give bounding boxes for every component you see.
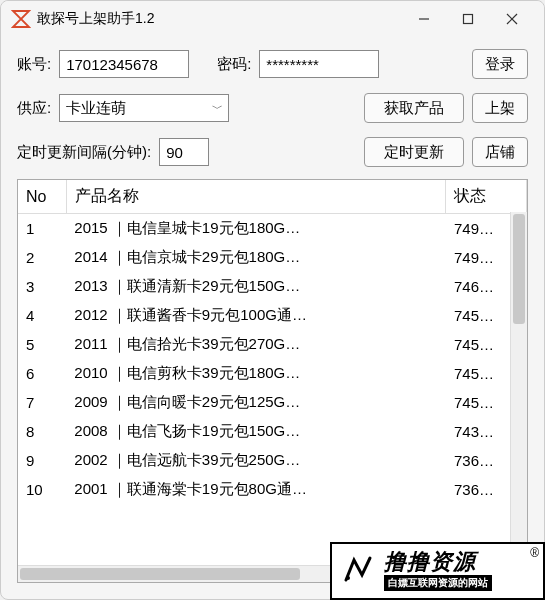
vertical-scroll-thumb[interactable] (513, 214, 525, 324)
supplier-select[interactable]: 卡业连萌 ﹀ (59, 94, 229, 122)
shop-button[interactable]: 店铺 (472, 137, 528, 167)
password-label: 密码: (217, 55, 251, 74)
cell-name: 2011 ｜电信拾光卡39元包270G… (66, 330, 446, 359)
login-button[interactable]: 登录 (472, 49, 528, 79)
cell-no: 2 (18, 243, 66, 272)
cell-no: 6 (18, 359, 66, 388)
cell-name: 2014 ｜电信京城卡29元包180G… (66, 243, 446, 272)
table-row[interactable]: 102001 ｜联通海棠卡19元包80G通…736… (18, 475, 527, 504)
cell-no: 8 (18, 417, 66, 446)
row-supplier: 供应: 卡业连萌 ﹀ 获取产品 上架 (17, 93, 528, 123)
maximize-button[interactable] (446, 4, 490, 34)
password-input[interactable] (259, 50, 379, 78)
cell-name: 2001 ｜联通海棠卡19元包80G通… (66, 475, 446, 504)
watermark-icon (338, 550, 378, 593)
row-timer: 定时更新间隔(分钟): 定时更新 店铺 (17, 137, 528, 167)
timer-update-button[interactable]: 定时更新 (364, 137, 464, 167)
table-row[interactable]: 32013 ｜联通清新卡29元包150G…746… (18, 272, 527, 301)
cell-name: 2013 ｜联通清新卡29元包150G… (66, 272, 446, 301)
table-header-row: No 产品名称 状态 (18, 180, 527, 214)
cell-no: 7 (18, 388, 66, 417)
cell-name: 2009 ｜电信向暖卡29元包125G… (66, 388, 446, 417)
supplier-value: 卡业连萌 (59, 94, 229, 122)
form-area: 账号: 密码: 登录 供应: 卡业连萌 ﹀ 获取产品 上架 定时更新间隔(分钟)… (1, 37, 544, 179)
cell-no: 10 (18, 475, 66, 504)
header-status[interactable]: 状态 (446, 180, 527, 214)
header-name[interactable]: 产品名称 (66, 180, 446, 214)
watermark-main: 撸撸资源 (384, 551, 492, 573)
chevron-down-icon: ﹀ (212, 101, 223, 116)
horizontal-scroll-thumb[interactable] (20, 568, 300, 580)
supplier-label: 供应: (17, 99, 51, 118)
cell-no: 9 (18, 446, 66, 475)
app-window: 敢探号上架助手1.2 账号: 密码: 登录 供应: 卡业连萌 (0, 0, 545, 600)
titlebar: 敢探号上架助手1.2 (1, 1, 544, 37)
registered-icon: ® (530, 546, 539, 560)
row-credentials: 账号: 密码: 登录 (17, 49, 528, 79)
cell-no: 3 (18, 272, 66, 301)
window-title: 敢探号上架助手1.2 (37, 10, 402, 28)
product-table-container: No 产品名称 状态 12015 ｜电信皇城卡19元包180G…749…2201… (17, 179, 528, 583)
table-row[interactable]: 62010 ｜电信剪秋卡39元包180G…745… (18, 359, 527, 388)
cell-name: 2008 ｜电信飞扬卡19元包150G… (66, 417, 446, 446)
table-row[interactable]: 72009 ｜电信向暖卡29元包125G…745… (18, 388, 527, 417)
close-button[interactable] (490, 4, 534, 34)
cell-name: 2010 ｜电信剪秋卡39元包180G… (66, 359, 446, 388)
cell-name: 2015 ｜电信皇城卡19元包180G… (66, 214, 446, 244)
svg-rect-1 (464, 15, 473, 24)
watermark-sub: 白嫖互联网资源的网站 (384, 575, 492, 591)
watermark-text: 撸撸资源 白嫖互联网资源的网站 (384, 551, 492, 591)
table-row[interactable]: 52011 ｜电信拾光卡39元包270G…745… (18, 330, 527, 359)
table-row[interactable]: 82008 ｜电信飞扬卡19元包150G…743… (18, 417, 527, 446)
header-no[interactable]: No (18, 180, 66, 214)
window-controls (402, 4, 534, 34)
product-table: No 产品名称 状态 12015 ｜电信皇城卡19元包180G…749…2201… (18, 180, 527, 504)
cell-no: 1 (18, 214, 66, 244)
account-input[interactable] (59, 50, 189, 78)
cell-no: 5 (18, 330, 66, 359)
minimize-button[interactable] (402, 4, 446, 34)
fetch-products-button[interactable]: 获取产品 (364, 93, 464, 123)
svg-point-4 (346, 576, 350, 580)
table-row[interactable]: 12015 ｜电信皇城卡19元包180G…749… (18, 214, 527, 244)
interval-label: 定时更新间隔(分钟): (17, 143, 151, 162)
vertical-scrollbar[interactable] (510, 212, 527, 564)
table-row[interactable]: 42012 ｜联通酱香卡9元包100G通…745… (18, 301, 527, 330)
publish-button[interactable]: 上架 (472, 93, 528, 123)
table-row[interactable]: 92002 ｜电信远航卡39元包250G…736… (18, 446, 527, 475)
interval-input[interactable] (159, 138, 209, 166)
watermark-badge: 撸撸资源 白嫖互联网资源的网站 ® (330, 542, 545, 600)
table-row[interactable]: 22014 ｜电信京城卡29元包180G…749… (18, 243, 527, 272)
cell-name: 2002 ｜电信远航卡39元包250G… (66, 446, 446, 475)
account-label: 账号: (17, 55, 51, 74)
cell-no: 4 (18, 301, 66, 330)
app-icon (11, 9, 31, 29)
cell-name: 2012 ｜联通酱香卡9元包100G通… (66, 301, 446, 330)
